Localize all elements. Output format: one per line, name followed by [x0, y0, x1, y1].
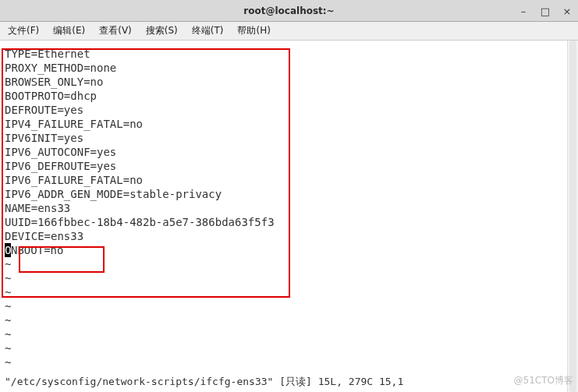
config-line: IPV6_AUTOCONF=yes	[5, 146, 116, 158]
menu-help[interactable]: 帮助(H)	[232, 23, 275, 39]
close-button[interactable]: ×	[559, 3, 575, 19]
config-line: IPV4_FAILURE_FATAL=no	[5, 118, 143, 130]
config-line: NAME=ens33	[5, 202, 70, 214]
minimize-button[interactable]: –	[516, 3, 531, 19]
config-line: TYPE=Ethernet	[5, 48, 90, 60]
vim-tilde: ~	[5, 300, 11, 313]
config-line: DEVICE=ens33	[5, 230, 83, 242]
menu-search[interactable]: 搜索(S)	[141, 23, 183, 39]
config-line: IPV6_ADDR_GEN_MODE=stable-privacy	[5, 188, 222, 200]
vim-tilde: ~	[5, 258, 11, 270]
cursor: O	[5, 243, 11, 257]
menu-file[interactable]: 文件(F)	[3, 23, 44, 39]
window-title: root@localhost:~	[243, 5, 334, 16]
watermark: @51CTO博客	[514, 374, 573, 387]
vim-status-line: "/etc/sysconfig/network-scripts/ifcfg-en…	[5, 375, 403, 389]
config-line: BOOTPROTO=dhcp	[5, 90, 97, 102]
config-line: IPV6INIT=yes	[5, 132, 83, 144]
config-line: UUID=166fbbec-18b4-482b-a5e7-386bda63f5f…	[5, 216, 275, 228]
menu-terminal[interactable]: 终端(T)	[187, 23, 229, 39]
vim-tilde: ~	[5, 286, 11, 298]
config-line: BROWSER_ONLY=no	[5, 76, 103, 88]
vim-tilde: ~	[5, 356, 11, 369]
vim-tilde: ~	[5, 328, 11, 341]
terminal-window: root@localhost:~ – □ × 文件(F) 编辑(E) 查看(V)…	[0, 0, 578, 392]
titlebar: root@localhost:~ – □ ×	[0, 0, 578, 22]
config-line: IPV6_FAILURE_FATAL=no	[5, 174, 143, 186]
config-line: DEFROUTE=yes	[5, 104, 83, 116]
window-controls: – □ ×	[516, 3, 575, 19]
scroll-thumb[interactable]	[569, 41, 576, 392]
menu-edit[interactable]: 编辑(E)	[48, 23, 90, 39]
menu-view[interactable]: 查看(V)	[94, 23, 137, 39]
scrollbar[interactable]	[567, 41, 578, 392]
config-line: NBOOT=no	[11, 244, 63, 256]
config-line: PROXY_METHOD=none	[5, 62, 116, 74]
vim-tilde: ~	[5, 314, 11, 327]
editor-area[interactable]: TYPE=Ethernet PROXY_METHOD=none BROWSER_…	[0, 41, 578, 392]
maximize-button[interactable]: □	[537, 3, 553, 19]
vim-tilde: ~	[5, 272, 11, 284]
vim-tilde: ~	[5, 342, 11, 355]
config-line: IPV6_DEFROUTE=yes	[5, 160, 116, 172]
menubar: 文件(F) 编辑(E) 查看(V) 搜索(S) 终端(T) 帮助(H)	[0, 22, 578, 41]
